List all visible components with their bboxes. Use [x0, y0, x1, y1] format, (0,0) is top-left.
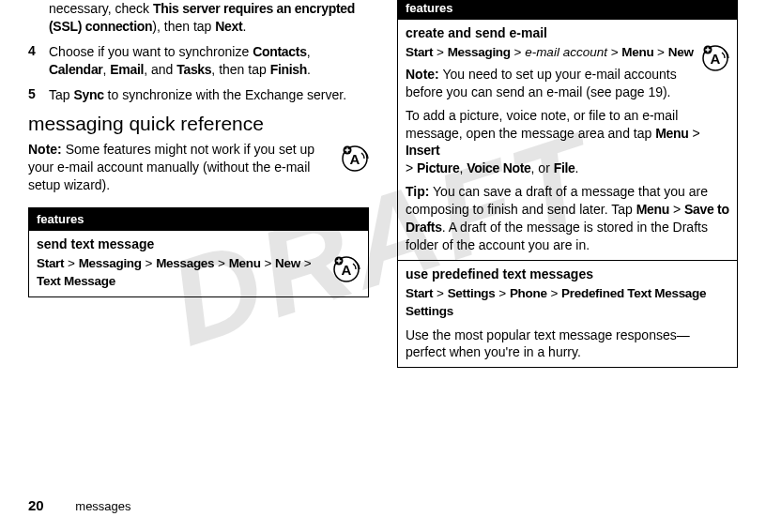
txt: , then tap [211, 62, 269, 77]
draft-tip: Tip: You can save a draft of a message t… [406, 183, 729, 254]
step-number: 4 [28, 43, 49, 79]
text-message-label: Text Message [37, 274, 115, 288]
menu-label: Menu [636, 202, 669, 217]
section-heading: messaging quick reference [28, 113, 369, 135]
txt: Some features might not work if you set … [28, 142, 314, 192]
txt: necessary, check [49, 1, 153, 16]
feature-a-icon: A [341, 144, 369, 173]
file-label: File [554, 160, 575, 175]
txt: ), then tap [152, 19, 215, 34]
predef-path: Start > Settings > Phone > Predefined Te… [406, 285, 729, 321]
voicenote-label: Voice Note [467, 160, 530, 175]
predef-desc: Use the most popular text message respon… [406, 327, 729, 362]
svg-text:A: A [711, 51, 721, 67]
email-path: Start > Messaging > e-mail account > Men… [406, 44, 694, 62]
insert-label: Insert [406, 143, 439, 158]
tasks-label: Tasks [176, 62, 211, 77]
feature-cell-send-text: send text message Start > Messaging > Me… [29, 231, 369, 297]
right-column: features create and send e-mail Start > … [397, 0, 738, 504]
feature-a-icon: A [701, 44, 729, 72]
menu-label: Menu [655, 126, 688, 141]
txt: Tap [49, 87, 73, 102]
email-label: Email [110, 62, 144, 77]
svg-text:A: A [342, 262, 352, 278]
features-table-right: features create and send e-mail Start > … [397, 0, 738, 368]
feature-a-icon: A [332, 255, 360, 283]
start-label: Start [406, 286, 433, 300]
txt: to synchronize with the Exchange server. [104, 87, 346, 102]
sync-label: Sync [73, 87, 103, 102]
feature-cell-create-email: create and send e-mail Start > Messaging… [398, 20, 738, 261]
txt: To add a picture, voice note, or file to… [406, 108, 678, 141]
step-number: 5 [28, 86, 49, 104]
start-label: Start [37, 256, 64, 270]
menu-label: Menu [229, 256, 261, 270]
next-label: Next [215, 19, 242, 34]
messaging-label: Messaging [79, 256, 142, 270]
txt: You need to set up your e-mail accounts … [406, 67, 677, 99]
menu-label: Menu [621, 45, 653, 59]
txt: , and [144, 62, 176, 77]
email-note: Note: You need to set up your e-mail acc… [406, 66, 694, 101]
step-body: Choose if you want to synchronize Contac… [49, 43, 369, 79]
left-column: necessary, check This server requires an… [28, 0, 369, 504]
new-label: New [275, 256, 300, 270]
email-feature-content: Start > Messaging > e-mail account > Men… [406, 44, 694, 101]
svg-text:A: A [350, 151, 360, 167]
feature-title: use predefined text messages [406, 266, 729, 281]
settings-label: Settings [448, 286, 496, 300]
txt: Choose if you want to synchronize [49, 44, 253, 59]
send-text-path: Start > Messaging > Messages > Menu > Ne… [37, 255, 325, 291]
feature-title: send text message [37, 236, 360, 251]
messages-label: Messages [156, 256, 214, 270]
messaging-label: Messaging [448, 45, 511, 59]
note-label: Note: [406, 67, 439, 82]
features-header: features [29, 208, 369, 231]
attach-instructions: To add a picture, voice note, or file to… [406, 107, 729, 178]
phone-label: Phone [510, 286, 547, 300]
feature-cell-predefined: use predefined text messages Start > Set… [398, 260, 738, 368]
features-table-left: features send text message Start > Messa… [28, 207, 369, 297]
note-label: Note: [28, 142, 62, 157]
calendar-label: Calendar [49, 62, 103, 77]
txt: . A draft of the message is stored in th… [406, 220, 708, 252]
contacts-label: Contacts [253, 44, 307, 59]
feature-title: create and send e-mail [406, 25, 729, 40]
step-4: 4 Choose if you want to synchronize Cont… [28, 43, 369, 79]
txt: , or [531, 160, 554, 175]
step-5: 5 Tap Sync to synchronize with the Excha… [28, 86, 369, 104]
step-body: Tap Sync to synchronize with the Exchang… [49, 86, 346, 104]
email-account-label: e-mail account [525, 45, 607, 59]
note-text: Note: Some features might not work if yo… [28, 141, 331, 194]
new-label: New [668, 45, 694, 59]
ssl-step-fragment: necessary, check This server requires an… [49, 0, 369, 36]
picture-label: Picture [417, 160, 459, 175]
finish-label: Finish [270, 62, 307, 77]
note-row: Note: Some features might not work if yo… [28, 141, 369, 194]
tip-label: Tip: [406, 184, 429, 199]
start-label: Start [406, 45, 433, 59]
features-header: features [398, 0, 738, 20]
